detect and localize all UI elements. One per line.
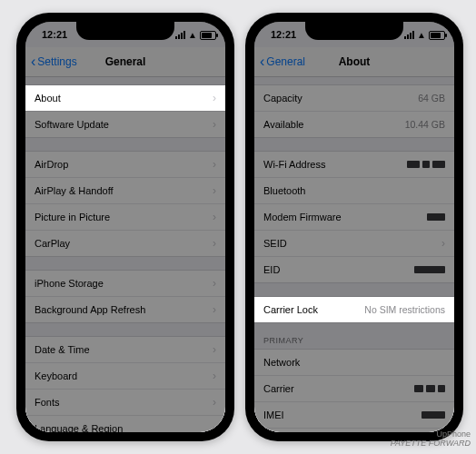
- list-row[interactable]: AirPlay & Handoff›: [25, 177, 225, 203]
- screen-about: 12:21 ▲ ‹ General About Capacity64 GBAva…: [254, 22, 454, 432]
- list-row[interactable]: Modem Firmware: [254, 203, 454, 230]
- list-row[interactable]: Background App Refresh›: [25, 296, 225, 322]
- wifi-icon: ▲: [417, 30, 426, 40]
- row-value: No SIM restrictions: [364, 304, 445, 315]
- settings-list: About›Software Update›AirDrop›AirPlay & …: [25, 84, 225, 432]
- redacted-value: [427, 213, 445, 221]
- row-label: Picture in Picture: [35, 212, 110, 222]
- settings-group: About›Software Update›: [25, 84, 225, 138]
- wifi-icon: ▲: [188, 30, 197, 40]
- about-group: Wi-Fi AddressBluetoothModem FirmwareSEID…: [254, 151, 454, 283]
- chevron-right-icon: ›: [213, 92, 216, 104]
- cellular-signal-icon: [175, 31, 185, 39]
- row-label: Network: [263, 357, 300, 368]
- settings-group: iPhone Storage›Background App Refresh›: [25, 270, 225, 323]
- nav-bar: ‹ Settings General: [25, 47, 225, 77]
- list-row[interactable]: About›: [25, 85, 225, 111]
- list-row[interactable]: AirDrop›: [25, 152, 225, 177]
- row-label: CarPlay: [35, 238, 70, 249]
- row-label: Carrier: [263, 383, 294, 394]
- list-row[interactable]: Carrier: [254, 375, 454, 401]
- row-label: Carrier Lock: [263, 304, 318, 315]
- about-group-carrier-lock: Carrier LockNo SIM restrictions: [254, 296, 454, 323]
- back-label: Settings: [37, 55, 76, 68]
- row-label: IMEI: [263, 410, 284, 420]
- nav-title: About: [339, 55, 371, 68]
- about-group: Capacity64 GBAvailable10.44 GB: [254, 84, 454, 138]
- chevron-right-icon: ›: [213, 277, 216, 290]
- list-row[interactable]: iPhone Storage›: [25, 271, 225, 296]
- list-row[interactable]: Capacity64 GB: [254, 85, 454, 111]
- watermark: UpPhone PAYETTE FORWARD: [391, 430, 471, 449]
- redacted-value: [421, 411, 445, 419]
- chevron-right-icon: ›: [213, 370, 216, 382]
- notch: [305, 22, 403, 40]
- section-header: PRIMARY: [254, 323, 454, 349]
- chevron-right-icon: ›: [213, 343, 216, 356]
- settings-group: AirDrop›AirPlay & Handoff›Picture in Pic…: [25, 151, 225, 257]
- row-label: Date & Time: [35, 344, 90, 355]
- row-label: AirDrop: [35, 159, 68, 170]
- battery-icon: [200, 31, 216, 40]
- row-value: 10.44 GB: [405, 119, 445, 130]
- chevron-right-icon: ›: [213, 118, 216, 131]
- row-label: Available: [263, 119, 303, 130]
- chevron-right-icon: ›: [213, 237, 216, 250]
- chevron-left-icon: ‹: [260, 54, 264, 69]
- list-row[interactable]: CarPlay›: [25, 230, 225, 256]
- list-row[interactable]: Network: [254, 350, 454, 375]
- chevron-right-icon: ›: [213, 396, 216, 409]
- chevron-right-icon: ›: [213, 184, 216, 197]
- list-row[interactable]: Keyboard›: [25, 362, 225, 389]
- list-row[interactable]: Date & Time›: [25, 337, 225, 362]
- about-list: Capacity64 GBAvailable10.44 GBWi-Fi Addr…: [254, 84, 454, 432]
- row-label: Bluetooth: [263, 185, 305, 196]
- nav-title: General: [105, 55, 146, 68]
- list-row[interactable]: IMEI: [254, 401, 454, 428]
- list-row[interactable]: Software Update›: [25, 111, 225, 137]
- battery-icon: [429, 31, 445, 40]
- chevron-right-icon: ›: [213, 303, 216, 316]
- chevron-right-icon: ›: [441, 237, 445, 250]
- list-row[interactable]: EID: [254, 256, 454, 282]
- row-label: iPhone Storage: [35, 278, 104, 289]
- back-label: General: [266, 55, 305, 68]
- phone-mockup-left: 12:21 ▲ ‹ Settings General About›Softwar…: [16, 13, 234, 441]
- row-label: Wi-Fi Address: [263, 159, 325, 170]
- back-button-general[interactable]: ‹ General: [260, 47, 305, 76]
- row-label: Keyboard: [35, 370, 77, 381]
- screen-general: 12:21 ▲ ‹ Settings General About›Softwar…: [25, 22, 225, 432]
- row-label: Background App Refresh: [35, 304, 145, 315]
- redacted-value: [414, 385, 445, 392]
- redacted-value: [407, 161, 445, 168]
- row-label: Capacity: [263, 93, 302, 104]
- settings-group: Date & Time›Keyboard›Fonts›Language & Re…: [25, 336, 225, 432]
- list-row[interactable]: Carrier LockNo SIM restrictions: [254, 297, 454, 322]
- status-time: 12:21: [42, 29, 67, 40]
- notch: [76, 22, 174, 40]
- list-row[interactable]: SEID›: [254, 230, 454, 256]
- nav-bar: ‹ General About: [254, 47, 454, 77]
- list-row[interactable]: Available10.44 GB: [254, 111, 454, 137]
- chevron-right-icon: ›: [213, 158, 216, 171]
- row-label: Software Update: [35, 119, 109, 130]
- list-row[interactable]: Wi-Fi Address: [254, 152, 454, 177]
- row-label: Modem Firmware: [263, 212, 342, 222]
- list-row[interactable]: Picture in Picture›: [25, 203, 225, 230]
- chevron-right-icon: ›: [213, 211, 216, 223]
- list-row[interactable]: Language & Region›: [25, 415, 225, 432]
- row-label: Language & Region: [35, 423, 123, 432]
- redacted-value: [414, 266, 445, 273]
- row-label: SEID: [263, 238, 287, 249]
- row-label: Fonts: [35, 397, 60, 408]
- list-row[interactable]: Bluetooth: [254, 177, 454, 203]
- row-label: EID: [263, 264, 280, 275]
- list-row[interactable]: Fonts›: [25, 389, 225, 415]
- status-time: 12:21: [271, 29, 296, 40]
- chevron-left-icon: ‹: [31, 54, 35, 69]
- phone-mockup-right: 12:21 ▲ ‹ General About Capacity64 GBAva…: [245, 13, 463, 441]
- back-button-settings[interactable]: ‹ Settings: [31, 47, 77, 76]
- row-label: About: [35, 93, 61, 104]
- about-group-primary: NetworkCarrierIMEIICCID: [254, 349, 454, 432]
- row-value: 64 GB: [418, 93, 445, 104]
